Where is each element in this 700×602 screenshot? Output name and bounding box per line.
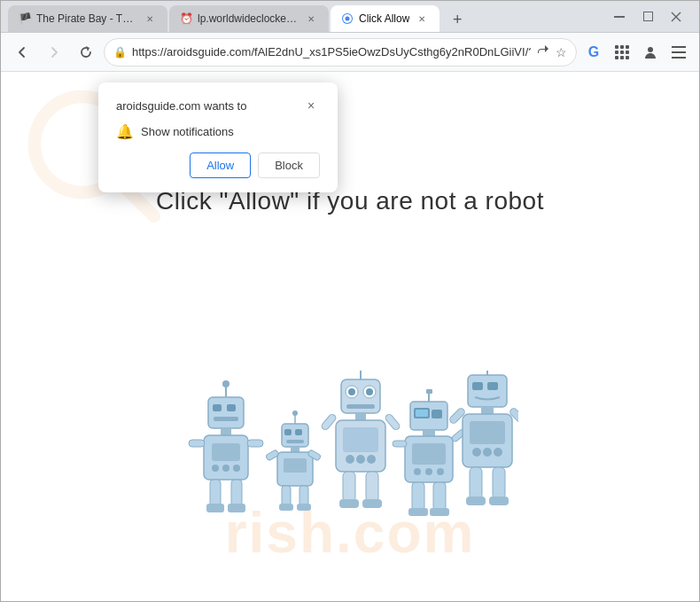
svg-rect-26: [210, 480, 221, 506]
tab-clickallow[interactable]: Click Allow ✕: [331, 5, 439, 32]
svg-rect-73: [412, 443, 446, 465]
svg-rect-31: [284, 429, 292, 435]
svg-point-76: [437, 468, 444, 475]
svg-rect-71: [423, 430, 435, 436]
svg-rect-99: [489, 496, 509, 505]
svg-point-93: [494, 448, 502, 457]
back-button[interactable]: [8, 38, 36, 66]
reload-button[interactable]: [72, 38, 100, 66]
svg-rect-32: [295, 429, 302, 435]
menu-icon[interactable]: [665, 39, 692, 66]
profile-icon[interactable]: [637, 39, 664, 66]
tab3-close[interactable]: ✕: [415, 12, 429, 26]
bookmark-icon[interactable]: ☆: [556, 45, 567, 59]
svg-rect-80: [433, 482, 446, 511]
tab3-favicon: [341, 12, 354, 25]
svg-rect-9: [672, 57, 686, 59]
svg-rect-50: [346, 404, 375, 409]
svg-rect-2: [614, 16, 625, 18]
bell-icon: 🔔: [116, 123, 134, 140]
forward-button[interactable]: [40, 38, 68, 66]
svg-point-74: [414, 468, 421, 475]
tab2-close[interactable]: ✕: [304, 12, 318, 26]
svg-rect-38: [284, 458, 307, 473]
svg-rect-79: [412, 482, 424, 511]
share-icon[interactable]: [536, 43, 550, 60]
svg-rect-25: [247, 440, 263, 447]
svg-point-75: [425, 468, 432, 475]
page-content: rish.com Click "Allow" if you are not a …: [1, 72, 699, 601]
svg-rect-42: [299, 486, 308, 505]
svg-rect-14: [227, 404, 236, 411]
popup-title: aroidsguide.com wants to: [116, 99, 246, 113]
svg-rect-70: [426, 389, 432, 394]
close-button[interactable]: [664, 4, 688, 29]
svg-rect-18: [221, 428, 231, 435]
svg-rect-77: [393, 441, 407, 447]
address-bar-container: 🔒 ☆: [104, 38, 577, 66]
minimize-button[interactable]: [607, 4, 632, 29]
popup-close-button[interactable]: ×: [302, 97, 320, 114]
svg-rect-98: [466, 496, 486, 505]
svg-point-23: [233, 465, 240, 472]
svg-rect-28: [206, 504, 224, 512]
nav-bar: 🔒 ☆ G: [1, 33, 699, 72]
tab1-favicon: 🏴: [19, 12, 31, 25]
svg-rect-67: [416, 410, 428, 417]
svg-point-56: [346, 455, 354, 464]
tabs-area: 🏴 The Pirate Bay - The gal... ✕ ⏰ lp.wor…: [8, 1, 607, 32]
browser-window: 🏴 The Pirate Bay - The gal... ✕ ⏰ lp.wor…: [0, 0, 700, 602]
tab-worldwideclock[interactable]: ⏰ lp.worldwideclockextens... ✕: [169, 5, 329, 32]
title-bar: 🏴 The Pirate Bay - The gal... ✕ ⏰ lp.wor…: [1, 1, 699, 33]
robots-svg: [182, 371, 518, 530]
new-tab-button[interactable]: +: [445, 7, 470, 32]
svg-rect-63: [339, 499, 359, 508]
svg-rect-43: [279, 504, 293, 511]
svg-rect-12: [208, 397, 244, 428]
svg-rect-81: [408, 508, 428, 516]
tab2-title: lp.worldwideclockextens...: [198, 12, 299, 25]
svg-rect-24: [189, 440, 205, 447]
svg-rect-62: [366, 472, 378, 502]
svg-rect-83: [468, 375, 507, 407]
svg-point-17: [222, 380, 229, 387]
tab3-title: Click Allow: [359, 12, 409, 25]
popup-buttons: Allow Block: [116, 152, 320, 178]
nav-right-icons: G: [580, 39, 692, 66]
svg-point-21: [212, 465, 219, 472]
lock-icon: 🔒: [113, 46, 127, 59]
address-input[interactable]: [132, 45, 531, 59]
notification-label: Show notifications: [141, 125, 234, 138]
svg-point-35: [292, 410, 298, 416]
google-icon[interactable]: G: [580, 39, 607, 66]
extensions-icon[interactable]: [609, 39, 635, 66]
svg-rect-90: [470, 421, 505, 444]
maximize-button[interactable]: [635, 4, 660, 29]
svg-point-47: [348, 388, 355, 395]
svg-rect-20: [212, 443, 240, 461]
tab-piratebay[interactable]: 🏴 The Pirate Bay - The gal... ✕: [8, 5, 167, 32]
svg-rect-13: [213, 404, 222, 411]
svg-rect-27: [231, 480, 242, 506]
svg-rect-85: [487, 382, 498, 390]
svg-rect-97: [493, 467, 505, 499]
notification-popup: aroidsguide.com wants to × 🔔 Show notifi…: [98, 82, 338, 192]
svg-rect-8: [672, 51, 686, 53]
svg-rect-61: [343, 472, 355, 502]
popup-notification-row: 🔔 Show notifications: [116, 123, 320, 140]
svg-rect-29: [228, 504, 245, 512]
svg-rect-88: [481, 407, 494, 414]
svg-rect-44: [297, 504, 311, 511]
svg-point-6: [648, 47, 653, 52]
svg-rect-7: [672, 46, 686, 48]
block-button[interactable]: Block: [258, 152, 320, 178]
svg-rect-3: [643, 12, 652, 21]
svg-rect-84: [472, 382, 483, 390]
tab2-favicon: ⏰: [180, 12, 192, 25]
allow-button[interactable]: Allow: [190, 152, 251, 178]
popup-header: aroidsguide.com wants to ×: [116, 97, 320, 114]
tab1-close[interactable]: ✕: [143, 12, 157, 26]
svg-rect-64: [362, 499, 382, 508]
svg-rect-82: [430, 508, 449, 516]
svg-rect-33: [286, 440, 304, 443]
